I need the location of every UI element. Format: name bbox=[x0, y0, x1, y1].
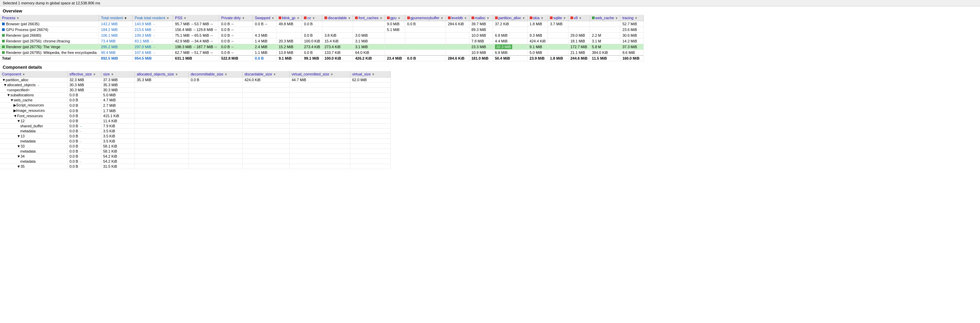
th-cc[interactable]: cc ▼ bbox=[302, 15, 322, 21]
skia-cell: 9.3 MiB bbox=[527, 33, 548, 38]
effective-size: 30.3 MiB bbox=[67, 83, 101, 88]
th-v8[interactable]: v8 ▼ bbox=[568, 15, 590, 21]
v8-cell: 29.0 MiB bbox=[568, 33, 590, 38]
th-sqlite[interactable]: sqlite ▼ bbox=[548, 15, 568, 21]
th-partition-alloc[interactable]: partition_alloc ▼ bbox=[493, 15, 527, 21]
decommittable-size: 0.0 B bbox=[188, 77, 242, 83]
allocated-objects-size bbox=[135, 124, 188, 129]
th-malloc[interactable]: malloc ▼ bbox=[469, 15, 493, 21]
process-cell: GPU Process (pid 26674) bbox=[0, 27, 99, 33]
total-sqlite: 1.8 MiB bbox=[548, 56, 568, 61]
total-private-dirty: 522.8 MiB bbox=[219, 56, 253, 61]
table-row: Renderer (pid 26680) 106.1 MiB 109.3 MiB… bbox=[0, 33, 644, 38]
allocated-objects-size bbox=[135, 103, 188, 108]
total-resident: 892.5 MiB bbox=[99, 56, 133, 61]
th-allocated-objects-size[interactable]: allocated_objects_size ▼ bbox=[135, 71, 188, 77]
list-item: <unspecified> 30.3 MiB 30.3 MiB bbox=[0, 88, 390, 93]
pss-cell: 42.9 MiB ⇒ 34.4 MiB ⇒ bbox=[173, 38, 219, 44]
decommittable-size bbox=[188, 144, 242, 149]
effective-size: 0.0 B bbox=[67, 118, 101, 124]
v8-cell: 172.7 MiB bbox=[568, 44, 590, 50]
th-gpumemorybuffer[interactable]: gpumemorybuffer ▼ bbox=[405, 15, 445, 21]
component-details-title: Component details bbox=[0, 62, 980, 71]
size: 58.1 KiB bbox=[101, 149, 135, 154]
effective-size: 0.0 B → bbox=[67, 124, 101, 129]
list-item: ▼12 0.0 B 11.4 KiB bbox=[0, 118, 390, 124]
malloc-cell: 89.3 MiB bbox=[469, 27, 493, 33]
tracing-cell: 23.6 MiB bbox=[620, 27, 644, 33]
decommittable-size bbox=[188, 139, 242, 144]
th-pss[interactable]: PSS ▼ bbox=[173, 15, 219, 21]
list-item: ▼Font_resources 0.0 B 415.1 KiB bbox=[0, 114, 390, 118]
total-tracing: 160.0 MiB bbox=[620, 56, 644, 61]
partition-alloc-cell: 32.3 MiB bbox=[493, 44, 527, 50]
swapped-cell: 2.4 MiB bbox=[253, 44, 277, 50]
th-process[interactable]: Process ▼ bbox=[0, 15, 99, 21]
skia-cell: 9.1 MiB bbox=[527, 44, 548, 50]
th-peak-total-resident[interactable]: Peak total resident ▼ bbox=[133, 15, 173, 21]
skia-cell bbox=[527, 27, 548, 33]
th-discardable-size[interactable]: discardable_size ▼ bbox=[242, 71, 290, 77]
cc-cell: 273.4 KiB bbox=[302, 44, 322, 50]
size: 54.2 KiB bbox=[101, 159, 135, 164]
virtual-committed-size bbox=[290, 129, 350, 134]
virtual-size bbox=[350, 164, 390, 169]
allocated-objects-size bbox=[135, 88, 188, 93]
discardable-size bbox=[242, 83, 290, 88]
table-row: Renderer (pid 26756): chrome://tracing 7… bbox=[0, 38, 644, 44]
th-web-cache[interactable]: web_cache ▼ bbox=[590, 15, 620, 21]
decommittable-size bbox=[188, 108, 242, 114]
gpumemorybuffer-cell bbox=[405, 50, 445, 56]
th-leveldb[interactable]: leveldb ▼ bbox=[445, 15, 469, 21]
process-cell: Browser (pid 26635) bbox=[0, 21, 99, 27]
gpumemorybuffer-cell bbox=[405, 33, 445, 38]
decommittable-size bbox=[188, 88, 242, 93]
peak-resident-cell: 297.0 MiB → bbox=[133, 44, 173, 50]
virtual-committed-size bbox=[290, 108, 350, 114]
peak-resident-cell: 143.9 MiB → bbox=[133, 21, 173, 27]
discardable-size bbox=[242, 118, 290, 124]
list-item: ▼34 0.0 B 54.2 KiB bbox=[0, 154, 390, 159]
swapped-cell: 1.1 MiB bbox=[253, 50, 277, 56]
th-blink-gc[interactable]: blink_gc ▼ bbox=[277, 15, 302, 21]
th-effective-size[interactable]: effective_size ▼ bbox=[67, 71, 101, 77]
th-skia[interactable]: skia ▼ bbox=[527, 15, 548, 21]
th-swapped[interactable]: Swapped ▼ bbox=[253, 15, 277, 21]
total-peak: 954.5 MiB bbox=[133, 56, 173, 61]
virtual-size bbox=[350, 93, 390, 98]
th-total-resident[interactable]: Total resident ▼ bbox=[99, 15, 133, 21]
allocated-objects-size bbox=[135, 93, 188, 98]
th-size[interactable]: size ▼ bbox=[101, 71, 135, 77]
virtual-committed-size bbox=[290, 103, 350, 108]
decommittable-size bbox=[188, 103, 242, 108]
size: 5.0 MiB bbox=[101, 93, 135, 98]
list-item: ▼partition_alloc 32.3 MiB 37.3 MiB 35.3 … bbox=[0, 77, 390, 83]
total-gpumemorybuffer: 0.0 B bbox=[405, 56, 445, 61]
th-virtual-size[interactable]: virtual_size ▼ bbox=[350, 71, 390, 77]
th-private-dirty[interactable]: Private dirty ▼ bbox=[219, 15, 253, 21]
overview-title: Overview bbox=[0, 6, 980, 15]
th-virtual-committed-size[interactable]: virtual_committed_size ▼ bbox=[290, 71, 350, 77]
th-gpu[interactable]: gpu ▼ bbox=[385, 15, 405, 21]
component-name: metadata bbox=[0, 129, 67, 134]
th-tracing[interactable]: tracing ▼ bbox=[620, 15, 644, 21]
size: 35.3 MiB bbox=[101, 83, 135, 88]
list-item: ▶Image_resources 0.0 B 1.7 MiB bbox=[0, 108, 390, 114]
font-caches-cell: 3.0 MiB bbox=[353, 33, 385, 38]
table-row: Renderer (pid 26776): The Verge 295.2 Mi… bbox=[0, 44, 644, 50]
total-malloc: 181.0 MiB bbox=[469, 56, 493, 61]
th-font-caches[interactable]: font_caches ▼ bbox=[353, 15, 385, 21]
virtual-size bbox=[350, 98, 390, 103]
component-name: ▶Image_resources bbox=[0, 108, 67, 114]
partition-alloc-cell: 4.4 MiB bbox=[493, 38, 527, 44]
th-discardable[interactable]: discardable ▼ bbox=[322, 15, 353, 21]
virtual-size bbox=[350, 103, 390, 108]
web-cache-cell: 2.2 M bbox=[590, 33, 620, 38]
total-resident-cell: 184.2 MiB bbox=[99, 27, 133, 33]
th-component[interactable]: Component ▼ bbox=[0, 71, 67, 77]
virtual-committed-size bbox=[290, 114, 350, 118]
list-item: ▼13 0.0 B 3.5 KiB bbox=[0, 134, 390, 139]
discardable-cell bbox=[322, 21, 353, 27]
allocated-objects-size bbox=[135, 154, 188, 159]
th-decommittable-size[interactable]: decommittable_size ▼ bbox=[188, 71, 242, 77]
